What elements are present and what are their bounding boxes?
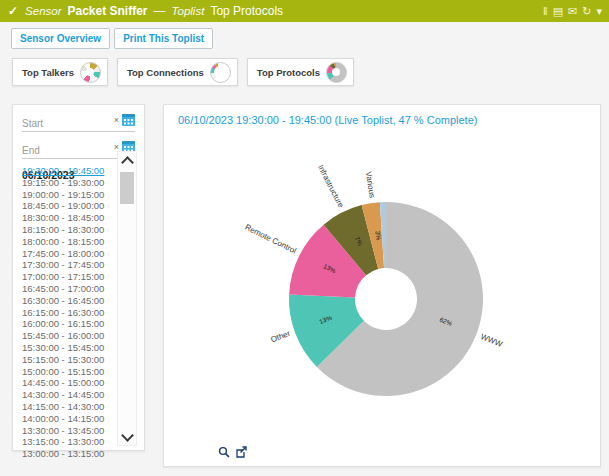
- time-range-link[interactable]: 16:00:00 - 16:15:00: [22, 318, 117, 330]
- toplist-tab[interactable]: Top Connections: [117, 58, 238, 86]
- header-action-icons: ‖▤✉↻▾: [543, 0, 602, 22]
- pause-icon[interactable]: ‖: [543, 0, 548, 22]
- toplist-tab[interactable]: Top Talkers: [12, 58, 108, 86]
- sensor-header-bar: ✓ Sensor Packet Sniffer — Toplist Top Pr…: [0, 0, 609, 22]
- time-range-link[interactable]: 18:45:00 - 19:00:00: [22, 200, 117, 212]
- toolbar-button[interactable]: Sensor Overview: [11, 28, 110, 49]
- slice-category-label: Other: [270, 329, 292, 345]
- time-range-link[interactable]: 14:45:00 - 15:00:00: [22, 377, 117, 389]
- time-list-scrollbar[interactable]: [117, 151, 137, 446]
- time-range-link[interactable]: 18:00:00 - 18:15:00: [22, 236, 117, 248]
- slice-category-label: Infrastructure: [316, 163, 346, 210]
- time-range-link[interactable]: 15:45:00 - 16:00:00: [22, 330, 117, 342]
- sensor-name: Packet Sniffer: [68, 4, 148, 18]
- time-range-link[interactable]: 17:00:00 - 17:15:00: [22, 271, 117, 283]
- report-icon[interactable]: ▤: [553, 0, 563, 22]
- open-external-icon[interactable]: [235, 446, 247, 458]
- toplist-name: Top Protocols: [210, 4, 283, 18]
- toplist-tab[interactable]: Top Protocols: [247, 58, 354, 86]
- scrollbar-thumb[interactable]: [120, 172, 134, 204]
- zoom-icon[interactable]: [218, 446, 230, 458]
- toplist-tab-label: Top Protocols: [257, 67, 320, 78]
- time-range-link[interactable]: 13:30:00 - 13:45:00: [22, 425, 117, 437]
- end-date-input[interactable]: [22, 143, 102, 158]
- time-range-link[interactable]: 17:30:00 - 17:45:00: [22, 259, 117, 271]
- time-range-link[interactable]: 19:30:00 - 19:45:00: [22, 165, 117, 177]
- time-range-link[interactable]: 19:00:00 - 19:15:00: [22, 189, 117, 201]
- chart-footer-icons: [218, 446, 247, 458]
- scroll-up-icon[interactable]: [118, 152, 136, 168]
- pie-chart-icon: [326, 62, 347, 83]
- time-range-link[interactable]: 15:00:00 - 15:15:00: [22, 366, 117, 378]
- time-range-link[interactable]: 13:15:00 - 13:30:00: [22, 436, 117, 448]
- time-range-link[interactable]: 14:00:00 - 14:15:00: [22, 413, 117, 425]
- time-range-link[interactable]: 15:15:00 - 15:30:00: [22, 354, 117, 366]
- calendar-icon[interactable]: [122, 114, 135, 126]
- time-range-link[interactable]: 14:15:00 - 14:30:00: [22, 401, 117, 413]
- toplist-tab-label: Top Connections: [127, 67, 204, 78]
- toplist-title: 06/10/2023 19:30:00 - 19:45:00 (Live Top…: [178, 114, 477, 126]
- slice-category-label: Remote Control: [244, 223, 298, 256]
- time-range-link[interactable]: 13:00:00 - 13:15:00: [22, 448, 117, 460]
- pie-chart-icon: [80, 62, 101, 83]
- toplist-chart-panel: 06/10/2023 19:30:00 - 19:45:00 (Live Top…: [163, 104, 601, 467]
- time-range-link[interactable]: 15:30:00 - 15:45:00: [22, 342, 117, 354]
- time-range-link[interactable]: 14:30:00 - 14:45:00: [22, 389, 117, 401]
- time-range-panel: × ×: [12, 104, 145, 451]
- toolbar: Sensor OverviewPrint This Toplist: [11, 28, 213, 49]
- time-range-link[interactable]: 18:30:00 - 18:45:00: [22, 212, 117, 224]
- status-ok-icon: ✓: [8, 4, 18, 18]
- time-range-link[interactable]: 16:45:00 - 17:00:00: [22, 283, 117, 295]
- slice-category-label: Various: [364, 171, 377, 199]
- start-date-row: ×: [22, 113, 135, 132]
- start-date-input[interactable]: [22, 116, 102, 131]
- toolbar-button[interactable]: Print This Toplist: [114, 28, 213, 49]
- time-range-link[interactable]: 16:30:00 - 16:45:00: [22, 295, 117, 307]
- time-range-link[interactable]: 18:15:00 - 18:30:00: [22, 224, 117, 236]
- time-range-link[interactable]: 19:15:00 - 19:30:00: [22, 177, 117, 189]
- caret-down-icon[interactable]: ▾: [596, 0, 602, 22]
- time-range-link[interactable]: 16:15:00 - 16:30:00: [22, 307, 117, 319]
- toplist-tabs: Top Talkers Top Connections Top Protocol…: [12, 58, 354, 86]
- email-icon[interactable]: ✉: [568, 0, 577, 22]
- header-separator: —: [154, 4, 166, 18]
- scroll-down-icon[interactable]: [118, 429, 136, 445]
- sensor-type-label: Sensor: [25, 5, 61, 17]
- refresh-icon[interactable]: ↻: [582, 0, 591, 22]
- time-range-link[interactable]: 17:45:00 - 18:00:00: [22, 248, 117, 260]
- pie-chart-icon: [210, 62, 231, 83]
- clear-start-icon[interactable]: ×: [114, 114, 119, 126]
- protocols-donut-chart: 62%WWW13%Other13%Remote Control7%Infrast…: [164, 133, 602, 449]
- prtg-toplist-page: ✓ Sensor Packet Sniffer — Toplist Top Pr…: [0, 0, 609, 476]
- toplist-tab-label: Top Talkers: [22, 67, 74, 78]
- time-range-list: 19:30:00 - 19:45:0019:15:00 - 19:30:0019…: [22, 165, 117, 460]
- toplist-label: Toplist: [172, 5, 205, 17]
- slice-category-label: WWW: [479, 332, 504, 349]
